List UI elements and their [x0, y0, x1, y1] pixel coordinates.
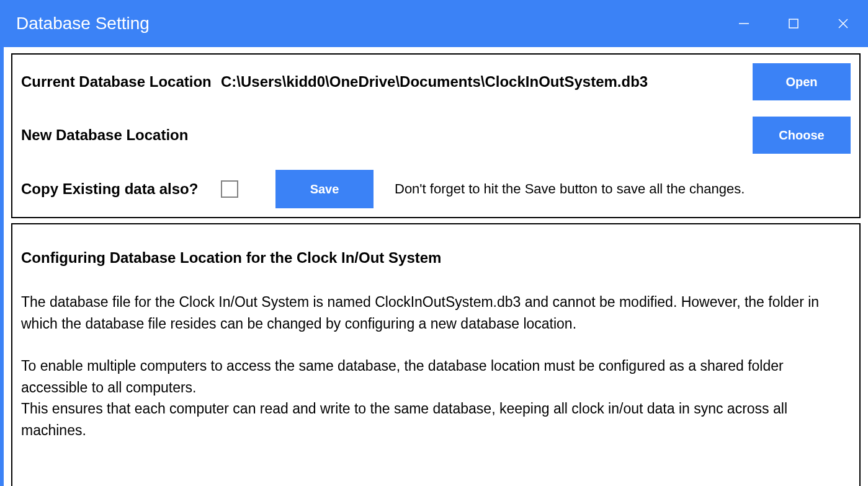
- minimize-button[interactable]: [719, 0, 769, 47]
- new-location-label: New Database Location: [21, 126, 221, 144]
- minimize-icon: [738, 18, 749, 29]
- maximize-icon: [789, 19, 799, 29]
- info-paragraph-2: To enable multiple computers to access t…: [21, 355, 851, 441]
- save-row: Copy Existing data also? Save Don't forg…: [21, 170, 851, 208]
- save-hint: Don't forget to hit the Save button to s…: [395, 181, 745, 197]
- window-title: Database Setting: [16, 14, 150, 33]
- info-paragraph-1: The database file for the Clock In/Out S…: [21, 291, 851, 334]
- open-button[interactable]: Open: [753, 63, 851, 100]
- settings-panel: Current Database Location C:\Users\kidd0…: [11, 53, 861, 218]
- maximize-button[interactable]: [769, 0, 818, 47]
- close-icon: [838, 18, 849, 29]
- content-area: Current Database Location C:\Users\kidd0…: [0, 47, 868, 486]
- copy-existing-checkbox[interactable]: [221, 180, 238, 198]
- svg-rect-1: [789, 19, 798, 28]
- window-controls: [719, 0, 868, 47]
- copy-existing-label: Copy Existing data also?: [21, 180, 221, 198]
- info-heading: Configuring Database Location for the Cl…: [21, 249, 851, 267]
- new-location-row: New Database Location Choose: [21, 117, 851, 154]
- titlebar: Database Setting: [0, 0, 868, 47]
- current-location-row: Current Database Location C:\Users\kidd0…: [21, 63, 851, 100]
- choose-button[interactable]: Choose: [753, 117, 851, 154]
- info-panel: Configuring Database Location for the Cl…: [11, 223, 861, 486]
- current-location-label: Current Database Location: [21, 73, 221, 91]
- close-button[interactable]: [818, 0, 868, 47]
- current-location-value: C:\Users\kidd0\OneDrive\Documents\ClockI…: [221, 73, 753, 91]
- save-button[interactable]: Save: [275, 170, 374, 208]
